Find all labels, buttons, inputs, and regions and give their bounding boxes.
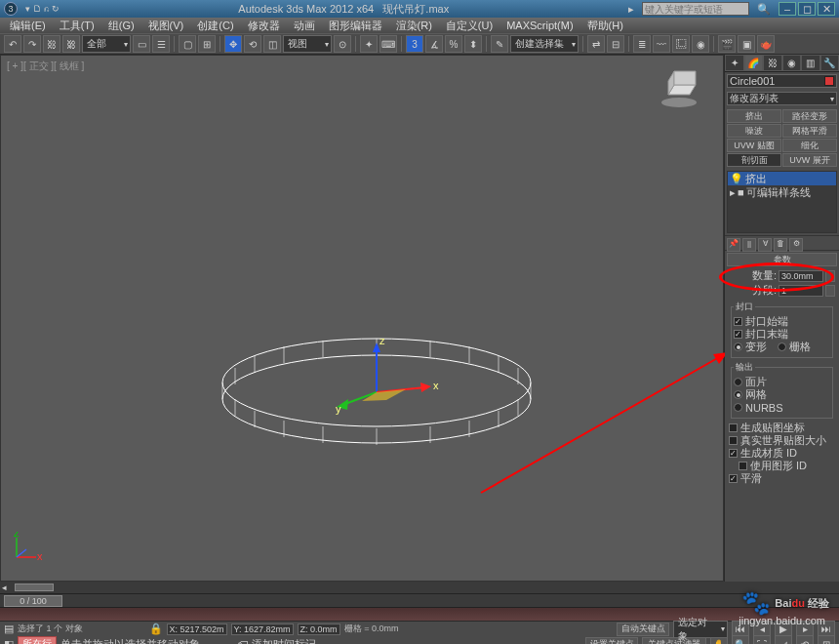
snap-toggle-icon[interactable]: 3	[406, 35, 423, 53]
mirror-icon[interactable]: ⇄	[587, 35, 605, 53]
nav-orbit-icon[interactable]: ⟲	[796, 635, 814, 644]
render-frame-icon[interactable]: ▣	[738, 35, 755, 53]
menu-tools[interactable]: 工具(T)	[54, 19, 100, 33]
timetag-icon[interactable]: 🏷	[237, 638, 248, 644]
redo-icon[interactable]: ↷	[23, 35, 41, 53]
segments-spin-buttons[interactable]	[825, 285, 835, 297]
gen-mapcoords-checkbox[interactable]	[729, 423, 738, 432]
tab-create-icon[interactable]: ✦	[725, 55, 744, 71]
menu-customize[interactable]: 自定义(U)	[440, 19, 499, 33]
quick-access[interactable]: ▾ 🗋 ⎌ ↻	[25, 4, 60, 14]
cap-end-checkbox[interactable]: ✓	[734, 330, 742, 339]
modset-noise[interactable]: 噪波	[727, 124, 781, 138]
menu-help[interactable]: 帮助(H)	[581, 19, 629, 33]
pivot-icon[interactable]: ⊙	[334, 35, 351, 53]
amount-spinner[interactable]: 30.0mm	[779, 270, 823, 282]
select-rect-icon[interactable]: ▢	[179, 35, 196, 53]
window-crossing-icon[interactable]: ⊞	[198, 35, 216, 53]
material-editor-icon[interactable]: ◉	[692, 35, 709, 53]
time-slider-handle[interactable]: 0 / 100	[4, 595, 62, 607]
render-setup-icon[interactable]: 🎬	[718, 35, 736, 53]
rollout-parameters[interactable]: 参数	[727, 253, 837, 266]
spinner-snap-icon[interactable]: ⬍	[464, 35, 482, 53]
menu-maxscript[interactable]: MAXScript(M)	[500, 20, 579, 31]
modset-meshsmooth[interactable]: 网格平滑	[782, 124, 837, 138]
pin-stack-icon[interactable]: 📌	[727, 238, 740, 252]
amount-spin-buttons[interactable]	[825, 270, 835, 282]
unique-icon[interactable]: ∀	[758, 238, 772, 252]
remove-mod-icon[interactable]: 🗑	[774, 238, 787, 252]
percent-snap-icon[interactable]: %	[445, 35, 462, 53]
menu-rendering[interactable]: 渲染(R)	[390, 19, 438, 33]
output-nurbs-radio[interactable]	[734, 403, 742, 412]
output-mesh-radio[interactable]	[734, 390, 742, 399]
app-logo-icon[interactable]: 3	[4, 2, 18, 16]
autokey-button[interactable]: 自动关键点	[617, 623, 669, 636]
menu-grapheditors[interactable]: 图形编辑器	[323, 19, 388, 33]
stack-item-extrude[interactable]: 💡挤出	[728, 172, 836, 185]
nav-zoom-icon[interactable]: 🔍	[732, 635, 749, 644]
setkey-button[interactable]: 设置关键点	[585, 637, 638, 644]
add-time-tag[interactable]: 添加时间标记	[252, 637, 316, 645]
modifier-list-dropdown[interactable]: 修改器列表	[727, 92, 837, 105]
angle-snap-icon[interactable]: ∡	[425, 35, 443, 53]
link-icon[interactable]: ⛓	[43, 35, 60, 53]
select-icon[interactable]: ▭	[133, 35, 150, 53]
gen-matids-checkbox[interactable]: ✓	[729, 449, 738, 458]
named-sel-sets[interactable]: 创建选择集	[510, 35, 579, 53]
align-icon[interactable]: ⊟	[607, 35, 624, 53]
scale-icon[interactable]: ◫	[263, 35, 281, 53]
modset-uvwmap[interactable]: UVW 贴图	[727, 139, 781, 152]
infocenter-icon[interactable]: ▸	[628, 3, 634, 16]
undo-icon[interactable]: ↶	[4, 35, 21, 53]
realworld-checkbox[interactable]	[729, 436, 738, 445]
menu-animation[interactable]: 动画	[288, 19, 321, 33]
coord-y[interactable]: Y: 1627.82mm	[231, 624, 294, 635]
lock-selection-icon[interactable]: 🔒	[149, 623, 163, 635]
bulb-icon[interactable]: 💡	[730, 173, 743, 185]
object-color-swatch[interactable]	[824, 76, 834, 86]
stack-item-spline[interactable]: ▸■可编辑样条线	[728, 185, 836, 199]
close-button[interactable]: ✕	[818, 2, 835, 16]
modset-pathdeform[interactable]: 路径变形	[782, 109, 837, 123]
rotate-icon[interactable]: ⟲	[244, 35, 261, 53]
minimize-button[interactable]: –	[779, 2, 796, 16]
coord-z[interactable]: Z: 0.0mm	[298, 624, 340, 635]
maxscript-icon[interactable]: ▤	[4, 623, 14, 635]
tab-hierarchy-icon[interactable]: ⛓	[763, 55, 782, 71]
modset-slice[interactable]: 剖切面	[727, 153, 781, 167]
menu-create[interactable]: 创建(C)	[191, 19, 239, 33]
use-shapeids-checkbox[interactable]	[739, 462, 747, 470]
move-icon[interactable]: ✥	[224, 35, 242, 53]
smooth-checkbox[interactable]: ✓	[729, 474, 738, 483]
menu-group[interactable]: 组(G)	[102, 19, 140, 33]
configure-sets-icon[interactable]: ⚙	[789, 238, 803, 252]
ref-coord-system[interactable]: 视图	[283, 35, 332, 53]
viewport-scrollbar[interactable]: ◂	[0, 582, 839, 593]
script-listener-icon[interactable]: ◧	[4, 638, 14, 645]
cap-start-checkbox[interactable]: ✓	[734, 317, 742, 326]
tab-utilities-icon[interactable]: 🔧	[820, 55, 840, 71]
unlink-icon[interactable]: ⛓̸	[62, 35, 80, 53]
keymode-icon[interactable]: ⌨	[380, 35, 397, 53]
nav-zoomext-icon[interactable]: ⛶	[753, 635, 771, 644]
selection-filter[interactable]: 全部	[82, 35, 131, 53]
tab-motion-icon[interactable]: ◉	[782, 55, 802, 71]
viewport-orthographic[interactable]: [ + ][ 正交 ][ 线框 ]	[0, 55, 724, 582]
nav-maximize-icon[interactable]: ⊞	[818, 635, 835, 644]
coord-x[interactable]: X: 5217.502m	[167, 624, 227, 635]
menu-view[interactable]: 视图(V)	[142, 19, 190, 33]
object-name-field[interactable]: Circle001	[727, 74, 837, 88]
modset-tessellate[interactable]: 细化	[782, 139, 837, 152]
tab-modify-icon[interactable]: 🌈	[744, 55, 764, 71]
curve-editor-icon[interactable]: 〰	[653, 35, 670, 53]
schematic-icon[interactable]: ⿺	[672, 35, 690, 53]
morph-radio[interactable]	[734, 342, 742, 351]
grid-radio[interactable]	[778, 342, 786, 351]
search-icon[interactable]: 🔍	[757, 3, 771, 16]
tab-display-icon[interactable]: ▥	[801, 55, 820, 71]
select-name-icon[interactable]: ☰	[152, 35, 170, 53]
modifier-stack[interactable]: 💡挤出 ▸■可编辑样条线	[727, 171, 837, 233]
segments-spinner[interactable]: 1	[779, 285, 823, 297]
viewport-label[interactable]: [ + ][ 正交 ][ 线框 ]	[7, 60, 84, 73]
